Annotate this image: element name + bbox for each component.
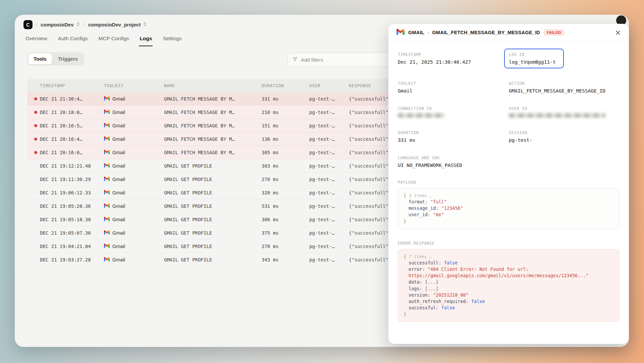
cell-name: GMAIL_GET_PROFILE: [164, 230, 262, 236]
cell-name: GMAIL_GET_PROFILE: [164, 203, 262, 209]
json-colon: :: [420, 279, 425, 285]
tab-settings[interactable]: Settings: [162, 33, 182, 46]
drawer-header: GMAIL › GMAIL_FETCH_MESSAGE_BY_MESSAGE_I…: [388, 24, 629, 42]
cell-toolkit: Gmail: [104, 110, 164, 115]
cell-name: GMAIL_FETCH_MESSAGE_BY_M…: [164, 123, 262, 128]
collapse-chevron-icon[interactable]: ⌄: [429, 193, 431, 198]
json-colon: :: [420, 286, 425, 291]
items-count: 3 Items: [409, 193, 429, 198]
json-key: auth_refresh_required: [409, 299, 466, 304]
close-brace: }: [404, 219, 406, 224]
cell-timestamp: DEC 21 19:12:21.48: [27, 163, 104, 169]
cell-timestamp: DEC 21 20:16:4…: [27, 136, 104, 142]
json-colon: :: [436, 205, 441, 211]
cell-toolkit: Gmail: [104, 123, 164, 128]
cell-duration: 270 ms: [262, 177, 309, 182]
log-detail-drawer: GMAIL › GMAIL_FETCH_MESSAGE_BY_MESSAGE_I…: [388, 24, 629, 344]
column-header-user: USER: [309, 83, 349, 88]
cell-user: pg-test-…: [309, 163, 349, 169]
column-header-timestamp: TIMESTAMP: [27, 83, 104, 88]
json-entry-version: version: "20251218_00": [404, 292, 614, 298]
toggle-triggers[interactable]: Triggers: [53, 53, 83, 64]
field-duration: DURATION331 ms: [398, 130, 509, 143]
field-connection-id: CONNECTION ID: [398, 106, 509, 118]
cell-timestamp: DEC 21 19:05:28.36: [27, 203, 104, 209]
close-brace: }: [404, 311, 406, 317]
chevron-updown-icon: [143, 22, 147, 27]
column-header-name: NAME: [164, 83, 262, 88]
gmail-icon: [104, 177, 110, 182]
field-grid: TIMESTAMPDec 21, 2025 21:30:40.427LOG ID…: [398, 52, 620, 168]
json-open-line: { 3 Items ⌄: [404, 192, 614, 199]
filter-funnel-icon: [292, 57, 298, 63]
field-label: LOG ID: [509, 52, 559, 57]
json-value: false: [444, 260, 458, 265]
composio-logo[interactable]: [23, 20, 33, 29]
tab-overview[interactable]: Overview: [25, 33, 48, 46]
tools-triggers-toggle: ToolsTriggers: [27, 52, 84, 65]
cell-toolkit: Gmail: [104, 163, 164, 169]
tab-mcp-configs[interactable]: MCP Configs: [98, 33, 129, 46]
gmail-icon: [104, 203, 110, 209]
cell-toolkit: Gmail: [104, 230, 164, 236]
redacted-value: [509, 113, 605, 118]
cell-name: GMAIL_FETCH_MESSAGE_BY_M…: [164, 110, 262, 115]
json-open-line: { 7 Items ⌄: [404, 253, 614, 260]
field-label: CONNECTION ID: [398, 106, 509, 111]
cell-user: pg-test-…: [309, 177, 349, 182]
cell-toolkit: Gmail: [104, 257, 164, 262]
cell-user: pg-test-…: [309, 217, 349, 222]
cell-user: pg-test-…: [309, 257, 349, 262]
field-value: log_tVqomBgg11-t: [509, 59, 559, 65]
json-value: "123456": [441, 205, 463, 211]
close-icon[interactable]: [615, 30, 621, 36]
field-value: UI NO_FRAMEWORK_PASSED: [398, 163, 620, 168]
field-language-and-sdk: LANGUAGE AND SDKUI NO_FRAMEWORK_PASSED: [398, 156, 620, 168]
tab-logs[interactable]: Logs: [139, 33, 153, 46]
gmail-icon: [104, 150, 110, 155]
cell-toolkit: Gmail: [104, 217, 164, 222]
breadcrumb-org[interactable]: composioDev: [41, 22, 80, 27]
field-value: Dec 21, 2025 21:30:40.427: [398, 59, 509, 65]
cell-timestamp: DEC 21 19:06:12.33: [27, 190, 104, 195]
gmail-icon: [104, 217, 110, 222]
json-value: [...]: [425, 286, 439, 291]
json-entry-message-id: message_id: "123456": [404, 205, 614, 211]
failed-status-dot: [34, 111, 37, 114]
gmail-icon: [396, 29, 405, 36]
error-response-label: ERROR RESPONSE: [398, 241, 620, 246]
gmail-icon: [104, 136, 110, 142]
field-toolkit: TOOLKITGmail: [398, 81, 509, 94]
failed-status-dot: [34, 97, 37, 100]
breadcrumb-project[interactable]: composioDev_project: [88, 22, 147, 27]
breadcrumb-org-label: composioDev: [41, 22, 73, 27]
collapse-chevron-icon[interactable]: ⌄: [429, 254, 431, 259]
json-entry-successful: successful: false: [404, 305, 614, 311]
json-key: successful: [409, 305, 436, 310]
open-brace: {: [404, 254, 409, 259]
cell-toolkit: Gmail: [104, 177, 164, 182]
json-colon: :: [422, 266, 428, 272]
cell-name: GMAIL_FETCH_MESSAGE_BY_M…: [164, 150, 262, 155]
tab-auth-configs[interactable]: Auth Configs: [57, 33, 89, 46]
cell-duration: 303 ms: [262, 163, 309, 169]
json-key: version: [409, 292, 428, 298]
cell-timestamp: DEC 21 19:05:18.30: [27, 217, 104, 222]
json-value: "me": [433, 212, 444, 217]
chevron-updown-icon: [76, 22, 80, 27]
json-value: false: [441, 305, 455, 310]
cell-toolkit: Gmail: [104, 190, 164, 195]
column-header-duration: DURATION: [262, 83, 309, 88]
cell-name: GMAIL_GET_PROFILE: [164, 217, 262, 222]
field-timestamp: TIMESTAMPDec 21, 2025 21:30:40.427: [398, 52, 509, 68]
toggle-tools[interactable]: Tools: [28, 53, 52, 64]
json-key: user_id: [409, 212, 428, 217]
cell-user: pg-test-…: [309, 190, 349, 195]
cell-toolkit: Gmail: [104, 136, 164, 142]
gmail-icon: [104, 190, 110, 195]
json-value: "full": [430, 199, 447, 204]
cell-duration: 306 ms: [262, 217, 309, 222]
cell-timestamp: DEC 21 20:16:5…: [27, 123, 104, 128]
field-value: 331 ms: [398, 137, 509, 143]
cell-duration: 531 ms: [262, 203, 309, 209]
